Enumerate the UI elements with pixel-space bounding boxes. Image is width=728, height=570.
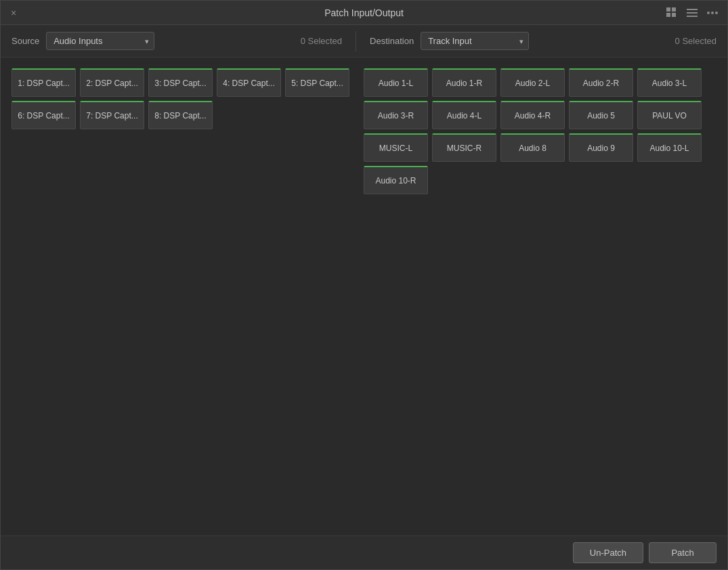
destination-item[interactable]: Audio 5 [569,101,633,129]
svg-point-8 [711,12,714,14]
destination-item[interactable]: MUSIC-R [432,133,496,162]
source-items-grid: 1: DSP Capt...2: DSP Capt...3: DSP Capt.… [12,68,350,129]
destination-section: Destination Track Input [370,32,529,50]
source-item[interactable]: 3: DSP Capt... [148,68,213,97]
title-bar: × Patch Input/Output [1,1,727,25]
list-view-button[interactable] [684,5,700,21]
source-selected-count: 0 Selected [301,36,342,46]
source-item[interactable]: 5: DSP Capt... [285,68,349,97]
svg-rect-3 [672,13,676,17]
source-item[interactable]: 4: DSP Capt... [217,68,281,97]
close-button[interactable]: × [7,7,20,19]
destination-item[interactable]: Audio 4-R [500,101,565,129]
svg-rect-2 [666,13,670,17]
unpatch-button[interactable]: Un-Patch [573,542,643,563]
divider [356,31,356,51]
source-item[interactable]: 2: DSP Capt... [80,68,144,97]
destination-items-grid: Audio 1-LAudio 1-RAudio 2-LAudio 2-RAudi… [364,68,716,194]
svg-rect-5 [687,12,698,14]
destination-item[interactable]: Audio 3-L [637,68,702,97]
destination-dropdown-wrapper: Track Input [421,32,529,50]
destination-item[interactable]: Audio 3-R [364,101,428,129]
source-item[interactable]: 8: DSP Capt... [148,101,213,129]
destination-item[interactable]: Audio 1-R [432,68,496,97]
destination-item[interactable]: Audio 2-L [500,68,565,97]
svg-rect-4 [687,9,698,10]
svg-rect-1 [672,7,676,12]
destination-item[interactable]: Audio 10-R [364,166,428,194]
title-bar-controls [664,5,721,21]
source-section: Source Audio Inputs [12,32,154,50]
window-title: Patch Input/Output [324,7,404,18]
svg-rect-0 [666,7,670,12]
destination-item[interactable]: PAUL VO [637,101,702,129]
bottom-bar: Un-Patch Patch [1,535,727,569]
destination-item[interactable]: Audio 10-L [637,133,702,162]
destination-item[interactable]: Audio 2-R [569,68,633,97]
source-item[interactable]: 7: DSP Capt... [80,101,144,129]
grid-view-button[interactable] [664,5,680,21]
top-bar: Source Audio Inputs 0 Selected Destinati… [1,25,727,58]
source-dropdown-wrapper: Audio Inputs [46,32,154,50]
more-options-button[interactable] [704,5,721,21]
destination-item[interactable]: Audio 8 [500,133,565,162]
destination-item[interactable]: Audio 9 [569,133,633,162]
destination-item[interactable]: Audio 1-L [364,68,428,97]
destination-dropdown[interactable]: Track Input [421,32,529,50]
source-item[interactable]: 6: DSP Capt... [12,101,76,129]
destination-item[interactable]: MUSIC-L [364,133,428,162]
destination-item[interactable]: Audio 4-L [432,101,496,129]
destination-panel: Audio 1-LAudio 1-RAudio 2-LAudio 2-RAudi… [364,68,716,525]
destination-label: Destination [370,36,414,46]
svg-point-7 [707,12,710,14]
source-panel: 1: DSP Capt...2: DSP Capt...3: DSP Capt.… [12,68,350,525]
main-content: 1: DSP Capt...2: DSP Capt...3: DSP Capt.… [1,58,727,535]
source-label: Source [12,36,39,46]
patch-button[interactable]: Patch [649,542,716,563]
source-item[interactable]: 1: DSP Capt... [12,68,76,97]
destination-selected-count: 0 Selected [675,36,716,46]
title-bar-left: × [7,7,20,19]
svg-point-9 [715,12,718,14]
source-dropdown[interactable]: Audio Inputs [46,32,154,50]
svg-rect-6 [687,16,698,17]
app-window: × Patch Input/Output [0,0,728,570]
